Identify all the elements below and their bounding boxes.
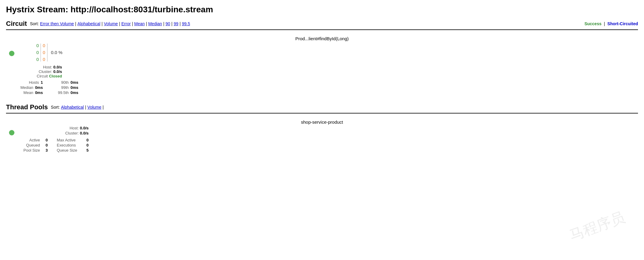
cluster-value: 0.0/s <box>53 69 62 74</box>
p99-metric: 99th 0ms <box>58 85 78 90</box>
green-num-1: 0 <box>36 42 39 49</box>
sort-error[interactable]: Error <box>121 21 131 26</box>
executions-label: Executions <box>57 143 81 147</box>
active-value: 0 <box>42 138 48 142</box>
tp-col-left: Active 0 Queued 0 Pool Size 3 <box>20 138 48 153</box>
pool-size-label: Pool Size <box>20 148 40 153</box>
circuit-body: 0 0 0 0 0 0 0.0 % Host: 0.0/s <box>6 42 638 95</box>
executions-metric: Executions 0 <box>57 143 89 147</box>
circuit-status-label: Circuit <box>37 74 48 78</box>
green-numbers-col: 0 0 0 <box>36 42 39 62</box>
hosts-value: 1 <box>41 80 43 85</box>
circuit-section-header: Circuit Sort: Error then Volume | Alphab… <box>6 20 638 30</box>
max-active-value: 0 <box>83 138 89 142</box>
tp-host-row: Host: 0.0/s <box>20 126 89 130</box>
sort-mean[interactable]: Mean <box>134 21 145 26</box>
sort-alphabetical[interactable]: Alphabetical <box>77 21 100 26</box>
p90-metric: 90th 0ms <box>58 80 78 85</box>
host-label: Host: <box>43 65 52 69</box>
queued-metric: Queued 0 <box>20 143 48 147</box>
queue-size-label: Queue Size <box>57 148 81 153</box>
pool-size-value: 3 <box>42 148 48 153</box>
sort-median[interactable]: Median <box>148 21 162 26</box>
p995-value: 0ms <box>71 90 78 95</box>
tp-sort-prefix: Sort: <box>51 105 60 110</box>
active-metric: Active 0 <box>20 138 48 142</box>
median-label: Median <box>20 85 33 90</box>
max-active-metric: Max Active 0 <box>57 138 89 142</box>
tp-sort-volume[interactable]: Volume <box>87 105 102 110</box>
green-num-3: 0 <box>36 56 39 62</box>
circuit-numbers-block: 0 0 0 0 0 0 0.0 % <box>36 42 62 62</box>
thread-pool-card: shop-service-product Host: 0.0/s Cluster… <box>6 117 638 157</box>
numbers-separator <box>41 44 41 62</box>
queued-value: 0 <box>42 143 48 147</box>
orange-num-3: 0 <box>43 56 45 62</box>
pool-size-metric: Pool Size 3 <box>20 148 48 153</box>
green-num-2: 0 <box>36 49 39 56</box>
orange-numbers-col: 0 0 0 <box>43 42 45 62</box>
p99-label: 99th <box>61 85 69 90</box>
median-metric: Median 0ms <box>20 85 43 90</box>
error-percentage: 0.0 % <box>51 50 62 55</box>
sort-99[interactable]: 99 <box>174 21 178 26</box>
cluster-label: Cluster: <box>39 69 52 74</box>
hosts-metric: Hosts 1 <box>20 80 43 85</box>
tp-sort-alphabetical[interactable]: Alphabetical <box>61 105 84 110</box>
mean-value: 0ms <box>35 90 43 95</box>
metrics-col-right: 90th 0ms 99th 0ms 99.5th 0ms <box>58 80 78 95</box>
queue-size-metric: Queue Size 5 <box>57 148 89 153</box>
thread-pools-section-header: Thread Pools Sort: Alphabetical | Volume… <box>6 103 638 113</box>
tp-cluster-value: 0.0/s <box>80 131 89 135</box>
host-row: Host: 0.0/s <box>37 65 62 69</box>
tp-body: Host: 0.0/s Cluster: 0.0/s Active 0 Queu… <box>6 126 638 153</box>
thread-pools-label: Thread Pools <box>6 103 48 111</box>
median-value: 0ms <box>35 85 43 90</box>
sort-prefix: Sort: <box>30 21 39 26</box>
p90-label: 90th <box>61 80 69 85</box>
p99-value: 0ms <box>71 85 78 90</box>
tp-host-label: Host: <box>70 126 79 130</box>
tp-name: shop-service-product <box>6 119 638 125</box>
queued-label: Queued <box>20 143 40 147</box>
host-cluster-block: Host: 0.0/s Cluster: 0.0/s Circuit Close… <box>37 65 62 78</box>
p90-value: 0ms <box>71 80 78 85</box>
orange-num-2: 0 <box>43 49 45 56</box>
circuit-header-right: Success | Short-Circuited <box>585 21 638 26</box>
host-value: 0.0/s <box>53 65 62 69</box>
mean-metric: Mean 0ms <box>20 90 43 95</box>
executions-value: 0 <box>83 143 89 147</box>
circuit-name: Prod...lient#findById(Long) <box>6 36 638 41</box>
circuit-card: Prod...lient#findById(Long) 0 0 0 0 0 0 … <box>6 34 638 100</box>
cluster-row: Cluster: 0.0/s <box>37 69 62 74</box>
p995-metric: 99.5th 0ms <box>58 90 78 95</box>
page-title: Hystrix Stream: http://localhost:8031/tu… <box>6 5 638 14</box>
circuit-status-value: Closed <box>49 74 62 78</box>
mean-label: Mean <box>23 90 33 95</box>
circuit-metrics-row: Hosts 1 Median 0ms Mean 0ms 90th <box>20 80 78 95</box>
tp-col-right: Max Active 0 Executions 0 Queue Size 5 <box>57 138 89 153</box>
active-label: Active <box>20 138 40 142</box>
success-label: Success <box>585 21 602 26</box>
sort-90[interactable]: 90 <box>166 21 170 26</box>
orange-num-1: 0 <box>43 42 45 49</box>
short-circuited-label: Short-Circuited <box>607 21 638 26</box>
tp-metrics-block: Active 0 Queued 0 Pool Size 3 Max Active <box>20 138 89 153</box>
max-active-label: Max Active <box>57 138 81 142</box>
tp-cluster-row: Cluster: 0.0/s <box>20 131 89 135</box>
sort-995[interactable]: 99.5 <box>182 21 190 26</box>
numbers-separator2 <box>47 44 47 62</box>
tp-host-value: 0.0/s <box>80 126 89 130</box>
hosts-label: Hosts <box>29 80 39 85</box>
tp-status-dot <box>9 130 14 135</box>
queue-size-value: 5 <box>83 148 89 153</box>
metrics-col-left: Hosts 1 Median 0ms Mean 0ms <box>20 80 43 95</box>
circuit-label: Circuit <box>6 20 27 28</box>
circuit-status-dot <box>9 51 14 56</box>
p995-label: 99.5th <box>58 90 69 95</box>
tp-cluster-label: Cluster: <box>65 131 79 135</box>
sort-volume[interactable]: Volume <box>104 21 118 26</box>
sort-error-volume[interactable]: Error then Volume <box>40 21 74 26</box>
tp-host-cluster-block: Host: 0.0/s Cluster: 0.0/s <box>20 126 89 136</box>
circuit-status-row: Circuit Closed <box>37 74 62 78</box>
